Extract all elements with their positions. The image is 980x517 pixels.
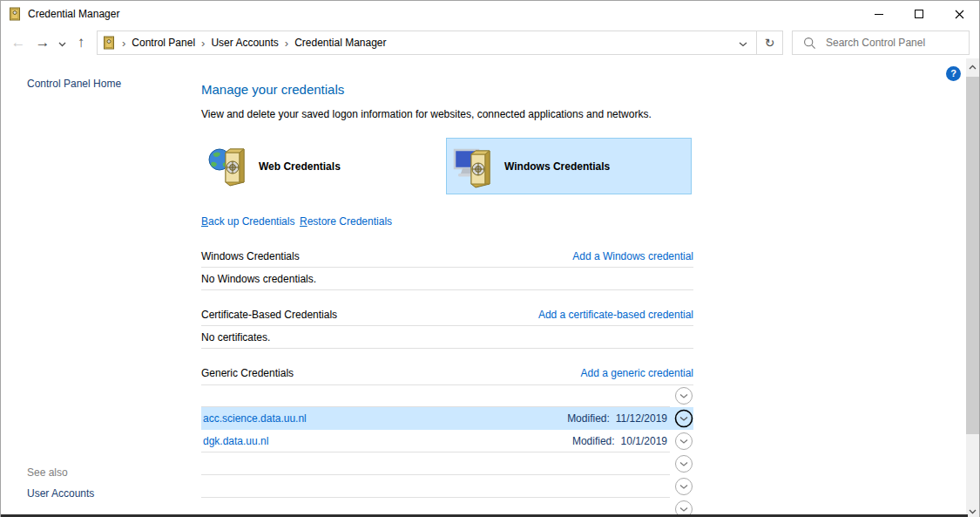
backup-rest: ack up Credentials (208, 215, 294, 228)
caption-buttons (859, 1, 979, 27)
restore-accel: R (300, 215, 308, 228)
close-button[interactable] (939, 1, 979, 27)
chevron-down-circle-icon (674, 432, 693, 451)
certificate-credentials-section-title: Certificate-Based Credentials (201, 309, 337, 321)
page-description: View and delete your saved logon informa… (201, 108, 652, 120)
chevron-down-circle-icon (674, 454, 693, 473)
credential-row[interactable] (201, 475, 693, 498)
windows-credentials-section-title: Windows Credentials (201, 250, 300, 262)
chevron-down-icon (58, 42, 66, 47)
recent-pages-dropdown[interactable] (55, 27, 69, 58)
maximize-icon (915, 10, 923, 18)
minimize-icon (875, 14, 883, 15)
divider (201, 289, 693, 290)
chevron-down-circle-icon (674, 477, 693, 496)
vertical-scrollbar[interactable] (966, 58, 979, 517)
forward-button[interactable]: → (32, 27, 53, 58)
add-generic-credential-link[interactable]: Add a generic credential (581, 367, 693, 379)
tab-windows-credentials[interactable]: Windows Credentials (446, 138, 692, 194)
windows-credentials-label: Windows Credentials (504, 160, 610, 173)
expand-chevron-button[interactable] (674, 477, 693, 496)
breadcrumb-user-accounts[interactable]: User Accounts (211, 37, 278, 49)
breadcrumb-separator: › (116, 37, 132, 50)
add-certificate-credential-link[interactable]: Add a certificate-based credential (538, 309, 693, 321)
credential-manager-window: Credential Manager ← → ↑ › Control Panel… (0, 0, 980, 517)
chevron-down-icon (739, 42, 747, 47)
monitor-safe-icon (452, 144, 497, 189)
expand-chevron-button[interactable] (674, 500, 693, 515)
add-windows-credential-link[interactable]: Add a Windows credential (572, 250, 693, 262)
credential-name[interactable]: acc.science.data.uu.nl (203, 412, 307, 425)
scroll-down-button[interactable] (966, 503, 979, 517)
refresh-button[interactable]: ↻ (756, 31, 782, 54)
modified-date: 10/1/2019 (621, 435, 667, 447)
address-dropdown-button[interactable] (730, 31, 756, 54)
search-input[interactable]: Search Control Panel (792, 31, 970, 55)
content-area: ? Control Panel Home See also User Accou… (1, 58, 979, 515)
expand-chevron-button[interactable] (674, 409, 693, 428)
chevron-down-circle-icon (674, 386, 693, 405)
minimize-button[interactable] (859, 1, 899, 27)
credential-row[interactable]: dgk.data.uu.nl Modified:10/1/2019 (201, 430, 693, 452)
see-also-label: See also (27, 466, 68, 479)
globe-safe-icon (206, 144, 252, 189)
generic-credentials-section-title: Generic Credentials (201, 367, 294, 379)
breadcrumb-separator: › (279, 37, 294, 50)
expand-chevron-button[interactable] (674, 454, 693, 473)
restore-rest: estore Credentials (308, 215, 392, 228)
modified-date: 11/12/2019 (616, 412, 667, 425)
restore-credentials-link[interactable]: Restore Credentials (300, 215, 392, 228)
credential-modified (661, 480, 667, 493)
chevron-up-icon (969, 65, 977, 70)
breadcrumb-control-panel[interactable]: Control Panel (132, 37, 195, 49)
credential-modified (661, 458, 667, 470)
breadcrumb-credential-manager[interactable]: Credential Manager (294, 37, 386, 49)
modified-label: Modified: (567, 412, 610, 425)
breadcrumb-separator: › (195, 37, 211, 50)
title-bar: Credential Manager (1, 1, 979, 27)
location-safe-icon (102, 36, 116, 50)
credential-modified: Modified:11/12/2019 (567, 412, 667, 425)
window-title: Credential Manager (28, 8, 119, 20)
address-bar[interactable]: › Control Panel › User Accounts › Creden… (97, 31, 783, 55)
credential-row[interactable] (201, 384, 693, 407)
tab-web-credentials[interactable]: Web Credentials (201, 138, 446, 194)
chevron-down-icon (969, 509, 977, 514)
no-certificates-text: No certificates. (201, 331, 270, 344)
backup-accel: B (201, 215, 208, 228)
divider (201, 348, 693, 349)
page-title: Manage your credentials (201, 82, 344, 97)
back-button[interactable]: ← (8, 27, 29, 58)
search-icon (803, 37, 816, 50)
expand-chevron-button[interactable] (674, 432, 693, 451)
sidebar-item-control-panel-home[interactable]: Control Panel Home (27, 78, 121, 90)
credential-name[interactable]: dgk.data.uu.nl (203, 435, 268, 447)
up-button[interactable]: ↑ (71, 27, 91, 58)
maximize-button[interactable] (899, 1, 939, 27)
back-up-credentials-link[interactable]: Back up Credentials (201, 215, 294, 228)
scroll-up-button[interactable] (966, 58, 979, 73)
credential-row[interactable] (201, 452, 693, 475)
sidebar-item-user-accounts[interactable]: User Accounts (27, 487, 94, 500)
web-credentials-label: Web Credentials (259, 160, 341, 173)
modified-label: Modified: (572, 435, 615, 447)
scrollbar-thumb[interactable] (966, 77, 979, 434)
close-icon (955, 10, 964, 19)
credential-row[interactable] (201, 498, 693, 515)
generic-credentials-list: acc.science.data.uu.nl Modified:11/12/20… (201, 384, 693, 515)
divider (201, 267, 693, 268)
navigation-toolbar: ← → ↑ › Control Panel › User Accounts › … (1, 27, 979, 58)
no-windows-credentials-text: No Windows credentials. (201, 273, 316, 285)
expand-chevron-button[interactable] (674, 386, 693, 405)
chevron-down-circle-icon (674, 500, 693, 515)
divider (201, 325, 693, 326)
credential-row-selected[interactable]: acc.science.data.uu.nl Modified:11/12/20… (201, 407, 693, 430)
search-placeholder: Search Control Panel (826, 37, 925, 49)
help-button[interactable]: ? (946, 66, 961, 81)
credential-modified: Modified:10/1/2019 (572, 435, 667, 447)
credential-manager-safe-icon (8, 7, 22, 21)
credential-modified (661, 390, 667, 402)
chevron-down-circle-icon (674, 409, 693, 428)
credential-modified (661, 503, 667, 515)
